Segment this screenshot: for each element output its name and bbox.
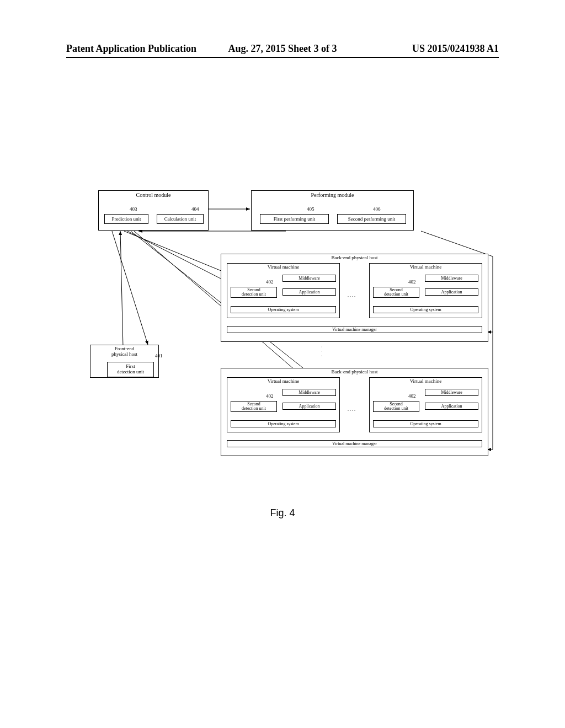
figure-caption: Fig. 4 bbox=[0, 507, 565, 519]
vmm-2: Virtual machine manager bbox=[227, 440, 482, 447]
svg-line-5 bbox=[421, 231, 493, 256]
header-sheet: Aug. 27, 2015 Sheet 3 of 3 bbox=[210, 43, 354, 55]
vm-1-1: Virtual machine Second detection unit Mi… bbox=[227, 263, 340, 318]
ref-402-1-1: 402 bbox=[266, 279, 274, 285]
vm-title-2-1: Virtual machine bbox=[227, 378, 339, 384]
second-detection-2-1: Second detection unit bbox=[231, 401, 277, 412]
svg-line-10 bbox=[120, 231, 123, 347]
vmm-1: Virtual machine manager bbox=[227, 326, 482, 333]
control-module-title: Control module bbox=[99, 191, 208, 199]
ref-406: 406 bbox=[373, 206, 381, 212]
ref-402-1-2: 402 bbox=[408, 279, 416, 285]
vm-title-1-2: Virtual machine bbox=[370, 264, 482, 270]
os-2-2: Operating system bbox=[373, 420, 478, 427]
dots-1: . . . . bbox=[348, 293, 355, 298]
backend-host-1: Back-end physical host Virtual machine S… bbox=[221, 254, 488, 342]
header-patent-id: US 2015/0241938 A1 bbox=[355, 43, 499, 55]
os-1-1: Operating system bbox=[231, 306, 336, 313]
vm-title-2-2: Virtual machine bbox=[370, 378, 482, 384]
dots-2: . . . . bbox=[348, 407, 355, 412]
frontend-host: Front-end physical host First detection … bbox=[90, 345, 159, 378]
ref-405: 405 bbox=[307, 206, 315, 212]
ref-401: 401 bbox=[155, 353, 163, 358]
os-2-1: Operating system bbox=[231, 420, 336, 427]
performing-module-title: Performing module bbox=[252, 191, 413, 199]
ref-402-2-2: 402 bbox=[408, 393, 416, 399]
ref-404: 404 bbox=[191, 206, 199, 212]
second-detection-1-1: Second detection unit bbox=[231, 287, 277, 298]
vm-2-2: Virtual machine Second detection unit Mi… bbox=[369, 377, 482, 432]
backend-host-2: Back-end physical host Virtual machine S… bbox=[221, 368, 488, 456]
ref-402-2-1: 402 bbox=[266, 393, 274, 399]
vm-2-1: Virtual machine Second detection unit Mi… bbox=[227, 377, 340, 432]
frontend-title: Front-end physical host bbox=[90, 345, 158, 358]
first-detection-unit: First detection unit bbox=[107, 362, 154, 377]
control-module: Control module Prediction unit Calculati… bbox=[98, 190, 209, 231]
application-1-1: Application bbox=[282, 288, 336, 296]
middleware-1-2: Middleware bbox=[425, 275, 478, 282]
second-detection-1-2: Second detection unit bbox=[373, 287, 419, 298]
application-2-2: Application bbox=[425, 403, 478, 410]
second-performing-unit: Second performing unit bbox=[337, 214, 406, 224]
application-2-1: Application bbox=[282, 403, 336, 410]
backend-title-1: Back-end physical host bbox=[221, 254, 488, 261]
vertical-dots: . . . bbox=[321, 346, 326, 357]
first-performing-unit: First performing unit bbox=[260, 214, 329, 224]
middleware-2-2: Middleware bbox=[425, 389, 478, 396]
performing-module: Performing module First performing unit … bbox=[251, 190, 414, 231]
ref-403: 403 bbox=[130, 206, 137, 212]
calculation-unit: Calculation unit bbox=[157, 214, 204, 224]
middleware-1-1: Middleware bbox=[282, 275, 336, 282]
middleware-2-1: Middleware bbox=[282, 389, 336, 396]
os-1-2: Operating system bbox=[373, 306, 478, 313]
application-1-2: Application bbox=[425, 288, 478, 296]
header-publication: Patent Application Publication bbox=[66, 43, 210, 55]
prediction-unit: Prediction unit bbox=[104, 214, 148, 224]
second-detection-2-2: Second detection unit bbox=[373, 401, 419, 412]
svg-line-11 bbox=[112, 231, 148, 345]
vm-1-2: Virtual machine Second detection unit Mi… bbox=[369, 263, 482, 318]
vm-title-1-1: Virtual machine bbox=[227, 264, 339, 270]
backend-title-2: Back-end physical host bbox=[221, 368, 488, 375]
figure-diagram: Control module Prediction unit Calculati… bbox=[90, 185, 494, 463]
